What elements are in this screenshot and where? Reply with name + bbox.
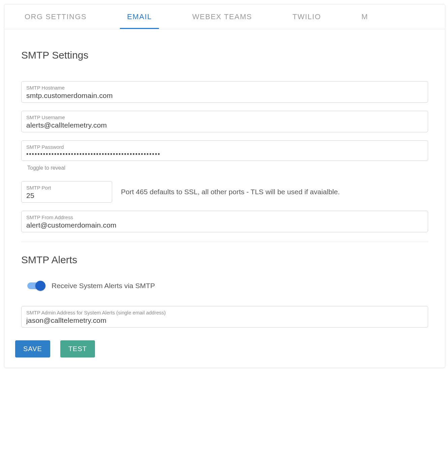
tab-org-settings[interactable]: ORG SETTINGS xyxy=(4,4,107,29)
alerts-toggle-switch[interactable] xyxy=(27,282,44,289)
smtp-password-field[interactable]: SMTP Password xyxy=(21,140,428,161)
smtp-port-label: SMTP Port xyxy=(26,185,107,191)
smtp-admin-label: SMTP Admin Address for System Alerts (si… xyxy=(26,310,423,316)
smtp-port-input[interactable] xyxy=(26,192,107,200)
smtp-port-help: Port 465 defaults to SSL, all other port… xyxy=(121,188,340,196)
smtp-password-hint: Toggle to reveal xyxy=(27,165,428,171)
smtp-password-input[interactable] xyxy=(26,151,423,158)
tab-webex-teams[interactable]: WEBEX TEAMS xyxy=(172,4,272,29)
smtp-from-label: SMTP From Address xyxy=(26,214,423,220)
smtp-hostname-field[interactable]: SMTP Hostname xyxy=(21,81,428,103)
tab-bar: ORG SETTINGS EMAIL WEBEX TEAMS TWILIO M xyxy=(4,4,445,29)
content-area: SMTP Settings SMTP Hostname SMTP Usernam… xyxy=(4,29,445,364)
tab-twilio[interactable]: TWILIO xyxy=(272,4,341,29)
smtp-admin-input[interactable] xyxy=(26,316,423,325)
smtp-password-label: SMTP Password xyxy=(26,144,423,150)
smtp-username-field[interactable]: SMTP Username xyxy=(21,111,428,132)
smtp-username-label: SMTP Username xyxy=(26,114,423,121)
section-divider xyxy=(21,242,428,242)
smtp-from-field[interactable]: SMTP From Address xyxy=(21,211,428,232)
smtp-from-input[interactable] xyxy=(26,221,423,229)
smtp-port-row: SMTP Port Port 465 defaults to SSL, all … xyxy=(21,181,428,203)
alerts-toggle-label: Receive System Alerts via SMTP xyxy=(52,282,155,290)
settings-card: ORG SETTINGS EMAIL WEBEX TEAMS TWILIO M … xyxy=(4,4,445,368)
test-button[interactable]: TEST xyxy=(60,340,95,358)
smtp-port-field[interactable]: SMTP Port xyxy=(21,181,112,203)
alerts-toggle-row: Receive System Alerts via SMTP xyxy=(27,282,428,290)
smtp-alerts-heading: SMTP Alerts xyxy=(21,254,428,266)
action-buttons: SAVE TEST xyxy=(15,340,428,358)
smtp-admin-field[interactable]: SMTP Admin Address for System Alerts (si… xyxy=(21,306,428,328)
smtp-hostname-input[interactable] xyxy=(26,92,423,100)
smtp-hostname-label: SMTP Hostname xyxy=(26,85,423,91)
tab-next-partial[interactable]: M xyxy=(341,4,368,29)
tab-email[interactable]: EMAIL xyxy=(107,4,172,29)
smtp-settings-heading: SMTP Settings xyxy=(21,49,428,61)
save-button[interactable]: SAVE xyxy=(15,340,50,358)
smtp-username-input[interactable] xyxy=(26,121,423,129)
